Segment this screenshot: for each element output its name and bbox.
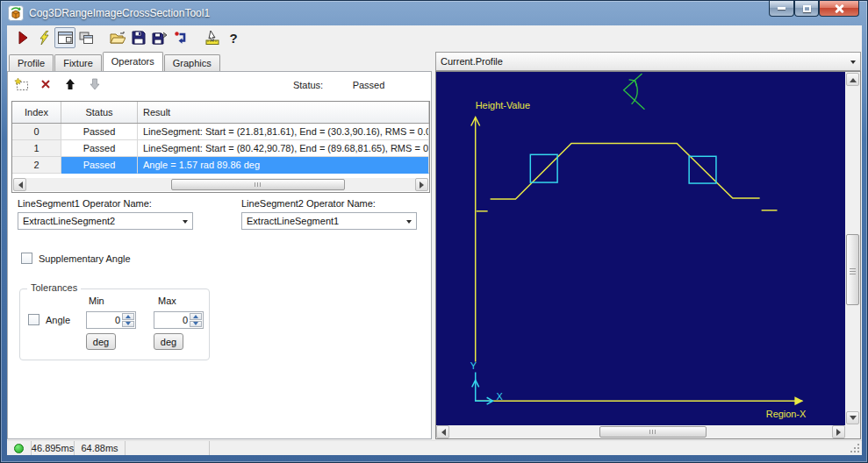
linesegment2-combo[interactable]: ExtractLineSegment1: [241, 212, 417, 230]
cell-status: Passed: [61, 157, 138, 174]
column-header-index[interactable]: Index: [12, 102, 61, 123]
segment-box-left: [530, 154, 557, 182]
run-status-dot: [14, 444, 24, 453]
x-axis-label: Region-X: [766, 409, 807, 419]
supplementary-angle-label: Supplementary Angle: [39, 253, 131, 264]
spin-up-icon: [126, 312, 131, 318]
move-down-button[interactable]: [87, 76, 103, 92]
window-title: Cog3DRangeImageCrossSectionTool1: [29, 7, 210, 19]
tolerances-legend: Tolerances: [27, 282, 81, 293]
column-header-status[interactable]: Status: [61, 102, 138, 123]
angle-tolerance-checkbox[interactable]: [28, 314, 39, 325]
save-image-button[interactable]: [149, 27, 170, 48]
scroll-thumb[interactable]: [171, 179, 346, 190]
tab-profile[interactable]: Profile: [9, 54, 54, 71]
cell-result: LineSegment: Start = (21.81,81.61), End …: [138, 124, 429, 140]
lightning-icon: [38, 31, 51, 45]
minimize-button[interactable]: [769, 1, 794, 17]
operators-table: Index Status Result 0 Passed LineSegment…: [11, 101, 430, 193]
open-button[interactable]: [107, 27, 128, 48]
spin-up-button[interactable]: [122, 313, 134, 320]
max-angle-spinner[interactable]: 0: [154, 311, 204, 329]
close-button[interactable]: [819, 1, 859, 17]
edit-region-button[interactable]: [202, 27, 223, 48]
minimize-icon: [778, 7, 786, 10]
scroll-left-button[interactable]: [436, 425, 449, 438]
maximize-button[interactable]: [794, 1, 819, 17]
status-value: Passed: [342, 77, 395, 92]
client-area: ? Profile Fixture Operators Graphics: [7, 25, 862, 455]
operators-tab-page: Status: Passed Index Status Result 0 Pas…: [7, 71, 432, 439]
supplementary-angle-checkbox[interactable]: [21, 253, 32, 264]
scroll-right-button[interactable]: [832, 425, 845, 438]
show-results-button[interactable]: [54, 27, 75, 48]
open-folder-icon: [110, 31, 126, 45]
table-row[interactable]: 0 Passed LineSegment: Start = (21.81,81.…: [12, 124, 429, 140]
tab-operators[interactable]: Operators: [103, 52, 163, 71]
table-row-selected[interactable]: 2 Passed Angle = 1.57 rad 89.86 deg: [12, 157, 429, 174]
spin-up-button[interactable]: [190, 313, 202, 320]
graph-horizontal-scrollbar[interactable]: [436, 425, 845, 438]
spinner-buttons: [122, 313, 134, 327]
tab-graphics[interactable]: Graphics: [164, 54, 220, 71]
linesegment2-label: LineSegment2 Operator Name:: [241, 198, 376, 209]
y-axis-label: Height-Value: [476, 100, 530, 110]
help-button[interactable]: ?: [223, 27, 244, 48]
tab-fixture[interactable]: Fixture: [54, 54, 102, 71]
profile-display[interactable]: Height-Value Region-X: [436, 72, 845, 425]
min-angle-spinner[interactable]: 0: [86, 311, 136, 329]
cell-index: 0: [12, 124, 61, 140]
spin-down-button[interactable]: [122, 321, 134, 328]
origin-y-label: Y: [470, 360, 477, 371]
execution-time: 46.895ms: [32, 443, 74, 453]
run-indicator-panel: [7, 441, 32, 455]
scroll-down-icon: [850, 416, 857, 424]
cell-status: Passed: [61, 124, 138, 140]
display-source-combo[interactable]: Current.Profile: [435, 52, 861, 71]
linesegment1-combo[interactable]: ExtractLineSegment2: [18, 212, 193, 230]
save-button[interactable]: [128, 27, 149, 48]
table-header: Index Status Result: [12, 102, 429, 124]
scroll-left-icon: [438, 429, 446, 436]
scroll-thumb[interactable]: [846, 234, 859, 305]
title-bar[interactable]: Cog3DRangeImageCrossSectionTool1: [1, 1, 867, 25]
arrow-up-icon: [64, 78, 76, 90]
scroll-right-icon: [420, 182, 427, 189]
move-up-button[interactable]: [62, 76, 78, 92]
run-button[interactable]: [12, 27, 33, 48]
resize-grip-icon[interactable]: [849, 442, 859, 452]
scroll-up-button[interactable]: [846, 73, 859, 86]
trigger-button[interactable]: [33, 27, 54, 48]
segment-box-right: [689, 156, 716, 183]
reset-button[interactable]: [170, 27, 191, 48]
tool-window: Cog3DRangeImageCrossSectionTool1: [0, 0, 868, 463]
display-panel: Current.Profile Height-Value Region-X: [435, 52, 861, 439]
spin-down-icon: [126, 322, 131, 328]
float-results-button[interactable]: [75, 27, 97, 48]
spin-down-button[interactable]: [190, 321, 202, 328]
scroll-right-icon: [836, 429, 844, 436]
time2-panel: 64.88ms: [75, 441, 126, 455]
scroll-right-button[interactable]: [415, 178, 428, 191]
angle-tolerance-label: Angle: [46, 315, 70, 325]
table-horizontal-scrollbar[interactable]: [13, 178, 428, 191]
min-unit-button[interactable]: deg: [86, 333, 116, 350]
scroll-down-button[interactable]: [846, 411, 859, 424]
scroll-left-button[interactable]: [13, 178, 26, 191]
cell-index: 1: [12, 140, 61, 157]
max-unit-button[interactable]: deg: [154, 333, 183, 350]
spin-up-icon: [193, 312, 198, 318]
add-operator-button[interactable]: [13, 76, 29, 92]
graph-viewport: Height-Value Region-X: [435, 71, 861, 439]
scroll-thumb[interactable]: [599, 426, 706, 438]
spinner-buttons: [190, 313, 202, 327]
cell-result: Angle = 1.57 rad 89.86 deg: [138, 157, 429, 174]
graph-vertical-scrollbar[interactable]: [845, 72, 860, 425]
column-header-result[interactable]: Result: [138, 102, 429, 123]
delete-operator-button[interactable]: [38, 76, 54, 92]
chevron-down-icon: [850, 61, 856, 67]
cell-index: 2: [12, 157, 61, 174]
arrow-down-icon: [89, 78, 101, 90]
table-row[interactable]: 1 Passed LineSegment: Start = (80.42,90.…: [12, 140, 429, 157]
results-window-icon: [58, 32, 73, 45]
